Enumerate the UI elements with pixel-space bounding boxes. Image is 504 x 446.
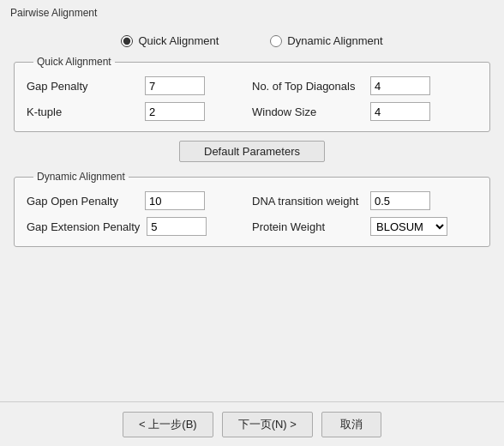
default-parameters-button[interactable]: Default Parameters [179,141,325,162]
quick-alignment-legend: Quick Alignment [33,56,115,68]
top-diagonals-input[interactable] [370,76,430,95]
gap-extension-label: Gap Extension Penalty [27,220,140,233]
gap-extension-input[interactable] [147,217,207,236]
gap-extension-row: Gap Extension Penalty Protein Weight BLO… [27,217,477,236]
ktuple-input[interactable] [145,102,205,121]
window-size-label: Window Size [252,105,363,118]
quick-alignment-radio[interactable] [121,35,133,47]
window-title: Pairwise Alignment [0,0,504,22]
quick-alignment-label: Quick Alignment [138,34,219,47]
window-size-input[interactable] [370,102,430,121]
dynamic-alignment-radio-label[interactable]: Dynamic Alignment [270,34,382,47]
ktuple-row: K-tuple Window Size [27,102,477,121]
dynamic-alignment-group: Dynamic Alignment Gap Open Penalty DNA t… [14,171,490,247]
next-button[interactable]: 下一页(N) > [222,412,313,437]
gap-open-label: Gap Open Penalty [27,195,138,208]
gap-penalty-row: Gap Penalty No. of Top Diagonals [27,76,477,95]
gap-penalty-input[interactable] [145,76,205,95]
quick-alignment-group: Quick Alignment Gap Penalty No. of Top D… [14,56,490,132]
dna-transition-label: DNA transition weight [252,195,363,208]
cancel-button[interactable]: 取消 [321,412,381,437]
ktuple-label: K-tuple [27,105,138,118]
gap-open-input[interactable] [145,191,205,210]
gap-penalty-label: Gap Penalty [27,80,138,93]
back-button[interactable]: < 上一步(B) [123,412,213,437]
dynamic-alignment-label: Dynamic Alignment [287,34,382,47]
dynamic-alignment-radio[interactable] [270,35,282,47]
bottom-navigation: < 上一步(B) 下一页(N) > 取消 [0,401,504,446]
dna-transition-input[interactable] [370,191,430,210]
protein-weight-label: Protein Weight [252,220,363,233]
top-diagonals-label: No. of Top Diagonals [252,80,363,93]
alignment-mode-selector: Quick Alignment Dynamic Alignment [14,22,490,56]
gap-open-row: Gap Open Penalty DNA transition weight [27,191,477,210]
protein-weight-select[interactable]: BLOSUM PAM ID Gonnet [370,217,447,236]
dynamic-alignment-legend: Dynamic Alignment [33,171,129,183]
quick-alignment-radio-label[interactable]: Quick Alignment [121,34,219,47]
